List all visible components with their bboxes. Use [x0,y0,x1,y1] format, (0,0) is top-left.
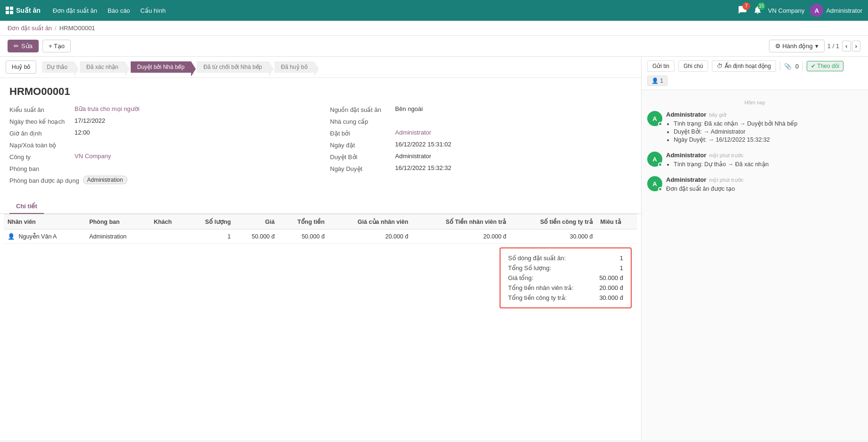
user-avatar: A [810,4,823,17]
list-item: Duyệt Bởi: → Administrator [674,128,862,135]
avatar-1: A [647,111,662,126]
chat-badge: 7 [743,2,750,10]
note-btn[interactable]: Ghi chú [678,60,708,72]
col-tong-tien: Tổng tiền [278,214,328,230]
summary-company-pay: Tổng tiền công ty trả: 30.000 đ [508,293,623,303]
step-approved[interactable]: Duyệt bởi Nhà bếp [131,61,191,73]
form-title: HRMO00001 [9,85,632,98]
field-nguon-dat: Nguồn đặt suất ăn Bên ngoài [330,105,632,113]
cell-gia: 50.000 đ [234,230,278,244]
form-area: HRMO00001 Kiểu suất ăn Bữa trưa cho mọi … [0,78,641,199]
cell-so-tien-cty: 30.000 đ [510,230,596,244]
tab-chitiet[interactable]: Chi tiết [9,199,44,214]
admin-tag[interactable]: Administration [83,176,127,184]
activity-log: Hôm nay A Administrator bây giờ Tình [642,90,868,440]
next-button[interactable]: › [852,41,860,51]
prev-button[interactable]: ‹ [842,41,851,51]
left-panel: Huỷ bỏ Dự thảo Đã xác nhận Duyệt bởi Nhà… [0,57,642,440]
main-layout: Huỷ bỏ Dự thảo Đã xác nhận Duyệt bởi Nhà… [0,57,868,440]
cell-gia-nv: 20.000 đ [328,230,412,244]
status-steps: Dự thảo Đã xác nhận Duyệt bởi Nhà bếp Đã… [42,61,635,73]
activity-btn[interactable]: ⏱ Ấn định hoạt động [712,60,776,72]
form-right-col: Nguồn đặt suất ăn Bên ngoài Nhà cung cấp… [330,105,632,184]
followers-btn[interactable]: 👤 1 [647,76,668,86]
grid-icon [6,7,13,14]
form-fields: Kiểu suất ăn Bữa trưa cho mọi người Ngày… [9,105,632,184]
step-confirmed[interactable]: Đã xác nhận [80,61,125,73]
form-left-col: Kiểu suất ăn Bữa trưa cho mọi người Ngày… [9,105,311,184]
log-content-1: Tình trạng: Đã xác nhận → Duyệt bởi Nhà … [666,120,862,143]
step-cancelled[interactable]: Đã huỷ bỏ [275,61,314,73]
duyet-boi-value: Administrator [395,153,432,160]
cong-ty-value[interactable]: VN Company [75,153,111,160]
toolbar-right: ⚙ Hành động ▾ 1 / 1 ‹ › [769,40,860,52]
ngay-ke-hoach-value: 17/12/2022 [75,117,105,124]
field-phong-ban-ap-dung: Phòng ban được áp dụng Administration [9,176,311,184]
chat-icon-btn[interactable]: 7 [738,5,747,16]
notif-icon-btn[interactable]: 15 [753,5,762,16]
detail-table-wrap: Nhân viên Phòng ban Khách Số lượng Giá T… [0,214,641,244]
attach-count: 0 [795,63,799,70]
new-button[interactable]: + Tạo [42,40,71,52]
avatar-2: A [647,152,662,167]
day-label: Hôm nay [647,100,862,105]
cancel-button[interactable]: Huỷ bỏ [6,60,36,74]
pagination-info: 1 / 1 [827,42,839,50]
chevron-down-icon: ▾ [815,42,818,50]
menu-cau-hinh[interactable]: Cấu hình [136,4,171,17]
log-header-2: Administrator một phút trước [666,152,862,159]
cell-mieu-ta [597,230,637,244]
tabs-bar: Chi tiết [0,199,641,214]
breadcrumb-sep: / [55,25,57,32]
company-name: VN Company [768,7,804,14]
send-btn[interactable]: Gửi tin [647,60,675,72]
step-draft[interactable]: Dự thảo [42,61,74,73]
online-dot-3 [658,187,662,191]
log-body-1: Administrator bây giờ Tình trạng: Đã xác… [666,111,862,144]
gio-an-value: 12:00 [75,129,90,136]
breadcrumb-parent[interactable]: Đơn đặt suất ăn [8,25,52,32]
step-rejected[interactable]: Đã từ chối bởi Nhà bếp [197,61,268,73]
col-so-luong: Số lượng [187,214,234,230]
right-toolbar: Gửi tin Ghi chú ⏱ Ấn định hoạt động 📎 0 … [642,57,868,90]
log-entry-2: A Administrator một phút trước Tình trạn… [647,152,862,169]
log-body-2: Administrator một phút trước Tình trạng:… [666,152,862,169]
pencil-icon: ✏ [14,42,19,50]
summary-box: Số dòng đặt suất ăn: 1 Tổng Số lượng: 1 … [500,247,632,308]
field-gio-an: Giờ ăn định 12:00 [9,129,311,137]
col-nhan-vien: Nhân viên [4,214,85,230]
ngay-duyet-value: 16/12/2022 15:32:32 [395,164,451,171]
field-cong-ty: Công ty VN Company [9,153,311,161]
online-dot [658,122,662,126]
summary-qty: Tổng Số lượng: 1 [508,263,623,273]
col-so-tien-cty: Số tiền công ty trả [510,214,596,230]
user-name: Administrator [826,7,862,14]
dat-boi-value[interactable]: Administrator [395,129,432,136]
field-nap-xoa: Nạp/Xoá toàn bộ [9,141,311,149]
online-dot-2 [658,162,662,167]
menu-don-dat[interactable]: Đơn đặt suất ăn [48,4,102,17]
cell-nhan-vien: 👤 Nguyễn Văn A [4,230,85,244]
col-khach: Khách [150,214,187,230]
user-menu[interactable]: A Administrator [810,4,862,17]
table-row[interactable]: 👤 Nguyễn Văn A Administration 1 50.000 đ… [4,230,637,244]
action-button[interactable]: ⚙ Hành động ▾ [769,40,825,52]
breadcrumb-current: HRMO00001 [59,25,95,32]
col-gia: Giá [234,214,278,230]
summary-lines: Số dòng đặt suất ăn: 1 [508,253,623,263]
edit-button[interactable]: ✏ Sửa [8,40,39,52]
log-header-1: Administrator bây giờ [666,111,862,118]
cell-phong-ban: Administration [85,230,150,244]
summary-section: Số dòng đặt suất ăn: 1 Tổng Số lượng: 1 … [0,244,641,318]
summary-price: Giá tổng: 50.000 đ [508,273,623,283]
ngay-dat-value: 16/12/2022 15:31:02 [395,141,451,148]
app-logo[interactable]: Suất ăn [6,7,41,14]
kieu-suat-an-value[interactable]: Bữa trưa cho mọi người [75,105,140,112]
summary-emp-pay: Tổng tiền nhân viên trả: 20.000 đ [508,283,623,293]
right-panel: Gửi tin Ghi chú ⏱ Ấn định hoạt động 📎 0 … [642,57,868,440]
menu-bao-cao[interactable]: Báo cáo [103,4,135,17]
follow-button[interactable]: ✔ ✔ Theo dõi Theo dõi [807,61,843,71]
log-entry-3: A Administrator một phút trước Đơn đặt s… [647,176,862,192]
col-phong-ban: Phòng ban [85,214,150,230]
cell-so-tien-nv: 20.000 đ [412,230,510,244]
